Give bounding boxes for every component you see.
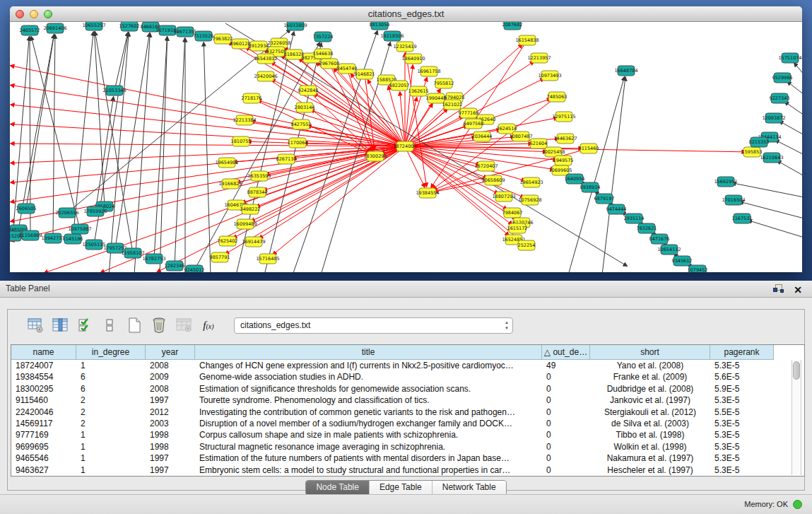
network-node[interactable]: 6879197	[594, 194, 615, 204]
network-node[interactable]: 2718176	[242, 93, 262, 103]
network-node[interactable]: 20691406	[43, 23, 66, 33]
network-node[interactable]: 10655257	[82, 22, 105, 30]
table-row[interactable]: 946554611997Estimation of the future num…	[11, 452, 804, 464]
network-node[interactable]: 11958107	[121, 248, 144, 258]
tab-edge-table[interactable]: Edge Table	[369, 481, 432, 495]
network-node[interactable]: 19384554	[416, 188, 439, 198]
table-row[interactable]: 946362711997Embryonic stem cells: a mode…	[11, 465, 804, 476]
network-node[interactable]: 19166827	[218, 179, 242, 189]
scrollbar-thumb[interactable]	[793, 361, 800, 380]
network-node[interactable]: 16543812	[254, 54, 277, 64]
network-node[interactable]: 12213384	[233, 115, 256, 125]
network-node[interactable]: 16210643	[760, 153, 783, 163]
network-node[interactable]: 7632621	[637, 223, 657, 233]
network-node[interactable]: 1595853	[742, 147, 763, 157]
network-node[interactable]: 2803144	[295, 103, 315, 112]
network-node[interactable]: 1949575	[553, 156, 574, 165]
network-node[interactable]: 10658609	[481, 175, 505, 185]
network-node[interactable]: 1615172	[507, 223, 528, 233]
network-node[interactable]: 621604	[530, 139, 548, 148]
network-node[interactable]: 7515526	[194, 31, 214, 41]
column-header-pagerank[interactable]: pagerank	[710, 345, 774, 360]
network-node[interactable]: 8427552	[291, 119, 312, 129]
network-node[interactable]: 16720407	[474, 161, 498, 171]
network-node[interactable]: 8267130	[276, 154, 297, 164]
column-header-out_degree[interactable]: △ out_de…	[542, 345, 590, 360]
close-panel-icon[interactable]: ✕	[794, 284, 802, 296]
column-header-name[interactable]: name	[11, 345, 76, 360]
network-node[interactable]: 14463627	[553, 134, 577, 144]
tab-node-table[interactable]: Node Table	[306, 481, 369, 495]
network-node[interactable]: 1292346	[165, 261, 185, 271]
table-row[interactable]: 1830029562008Estimation of significance …	[11, 383, 804, 395]
network-node[interactable]: 12325419	[393, 42, 416, 52]
network-node[interactable]: 2606505	[16, 204, 37, 214]
network-node[interactable]: 20206556	[55, 208, 78, 218]
network-node[interactable]: 12213957	[527, 53, 551, 63]
network-node[interactable]: 12975115	[552, 112, 575, 122]
network-node[interactable]: 9857791	[210, 252, 230, 262]
network-node[interactable]: 6822057	[389, 81, 410, 90]
column-header-short[interactable]: short	[590, 345, 710, 360]
network-node[interactable]: 11156869	[18, 230, 42, 240]
tab-network-table[interactable]: Network Table	[432, 481, 506, 495]
network-node[interactable]: 10973493	[538, 71, 561, 81]
network-view[interactable]: 1872400718300295193845547963822896012889…	[10, 22, 802, 272]
network-node[interactable]: 13942737	[41, 233, 64, 243]
network-node[interactable]: 8215353	[749, 137, 770, 147]
network-node[interactable]: 18724007	[393, 141, 416, 151]
float-window-icon[interactable]	[773, 284, 784, 296]
network-node[interactable]: 9245012	[184, 265, 205, 272]
network-node[interactable]: 2036444	[472, 132, 493, 141]
table-selector-dropdown[interactable]: citations_edges.txt ▲▼	[234, 317, 513, 334]
network-node[interactable]: 1810755	[231, 136, 252, 146]
network-node[interactable]: 16154838	[515, 35, 539, 45]
network-node[interactable]: 9474444	[606, 204, 627, 214]
network-node[interactable]: 12505135	[82, 240, 105, 250]
network-node[interactable]: 8471676	[649, 234, 670, 244]
network-node[interactable]: 9115460	[579, 144, 599, 153]
function-builder-icon[interactable]: f(x)	[199, 316, 218, 334]
network-node[interactable]: 1640954	[565, 174, 585, 184]
table-mode-icon[interactable]	[26, 316, 45, 334]
show-columns-icon[interactable]	[51, 316, 69, 334]
table-row[interactable]: 911546021997Tourette syndrome. Phenomeno…	[11, 395, 804, 406]
network-node[interactable]: 8938924	[580, 182, 601, 192]
column-header-in_degree[interactable]: in_degree	[76, 345, 146, 360]
network-node[interactable]: 2405572	[20, 25, 40, 35]
network-node[interactable]: 10975887	[68, 224, 91, 234]
zoom-window-button[interactable]	[44, 10, 52, 18]
network-node[interactable]: 2935114	[624, 214, 645, 223]
network-node[interactable]: 1145196	[63, 234, 83, 244]
table-row[interactable]: 1872400712008Changes of HCN gene express…	[11, 360, 804, 371]
network-node[interactable]: 10756928	[518, 195, 541, 205]
toggle-rows-icon[interactable]	[100, 316, 119, 334]
network-node[interactable]: 16914479	[242, 237, 265, 247]
select-all-icon[interactable]	[76, 316, 94, 334]
network-node[interactable]: 16782753	[142, 254, 165, 264]
table-row[interactable]: 2242004622012Investigating the contribut…	[11, 407, 804, 418]
network-node[interactable]: 15692951	[714, 177, 737, 187]
network-node[interactable]: 3498222	[240, 204, 261, 214]
network-node[interactable]: 19654923	[519, 177, 543, 187]
network-node[interactable]: 252254	[518, 240, 536, 250]
column-header-title[interactable]: title	[195, 345, 542, 360]
table-vertical-scrollbar[interactable]	[792, 360, 801, 475]
network-node[interactable]: 19218506	[380, 31, 404, 41]
minimize-window-button[interactable]	[30, 10, 38, 18]
network-node[interactable]: 1170064	[288, 138, 308, 148]
network-node[interactable]: 9242848	[298, 86, 319, 95]
network-node[interactable]: 16961758	[417, 66, 440, 76]
column-header-year[interactable]: year	[146, 345, 195, 360]
network-node[interactable]: 10807487	[509, 132, 532, 141]
network-node[interactable]: 1546638	[313, 49, 334, 59]
network-node[interactable]: 15716485	[256, 254, 279, 264]
network-node[interactable]: 16099489	[233, 219, 257, 229]
table-row[interactable]: 977716911998Corpus callosum shape and si…	[11, 429, 804, 440]
network-node[interactable]: 17859926	[83, 206, 107, 216]
network-node[interactable]: 2087682	[502, 22, 523, 30]
table-row[interactable]: 969969511998Structural magnetic resonanc…	[11, 441, 804, 452]
network-node[interactable]: 19654982	[215, 158, 238, 168]
network-node[interactable]: 9146821	[355, 69, 375, 79]
table-row[interactable]: 1938455462009Genome-wide association stu…	[11, 371, 804, 382]
